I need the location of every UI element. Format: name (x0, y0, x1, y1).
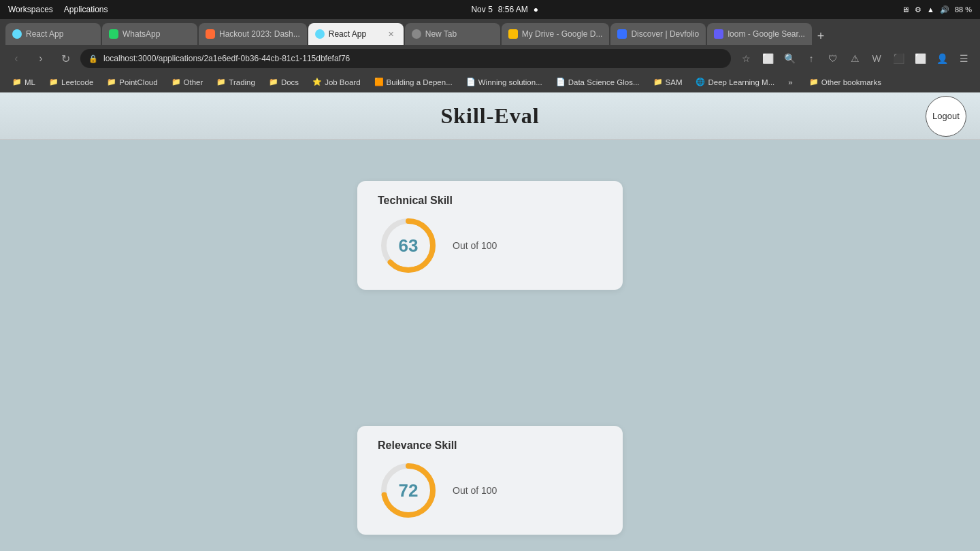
bookmark-sam[interactable]: 📁 SAM (648, 76, 688, 88)
bookmark-ml-icon: 📁 (12, 78, 22, 86)
tab-whatsapp[interactable]: WhatsApp (102, 23, 197, 45)
date-display: Nov 5 (471, 5, 492, 14)
reload-button[interactable]: ↻ (56, 49, 75, 68)
bookmark-datasci-label: Data Science Glos... (568, 78, 640, 86)
technical-skill-progress: 63 (378, 215, 439, 276)
app-title: Skill-Eval (440, 103, 539, 129)
relevance-skill-body: 72 Out of 100 (378, 460, 602, 521)
tab-favicon-devfolio (617, 29, 627, 39)
monitor-icon: 🖥 (902, 5, 909, 14)
share-button[interactable]: ↑ (802, 49, 821, 68)
shield-icon[interactable]: 🛡 (823, 49, 843, 68)
bookmark-building-label: Building a Depen... (387, 78, 453, 86)
status-dot: ● (534, 5, 538, 14)
bookmark-other-bookmarks[interactable]: 📁 Other bookmarks (804, 76, 887, 88)
bookmark-trading-icon: 📁 (216, 78, 226, 86)
tab-label-whatsapp: WhatsApp (122, 29, 191, 39)
relevance-skill-score: 72 (399, 480, 419, 501)
tab-close-react-2[interactable]: ✕ (386, 29, 397, 39)
bookmark-pointcloud-label: PointCloud (119, 78, 157, 86)
extension-1-icon[interactable]: W (867, 49, 886, 68)
bookmark-other[interactable]: 📁 Other (166, 76, 209, 88)
bookmark-building[interactable]: 🟧 Building a Depen... (369, 76, 458, 88)
bookmark-other-bookmarks-label: Other bookmarks (821, 78, 881, 86)
bookmark-deeplearning-icon: 🌐 (696, 78, 705, 86)
bookmark-ml-label: ML (24, 78, 35, 86)
bookmark-jobboard[interactable]: ⭐ Job Board (307, 76, 365, 88)
technical-out-of-label: Out of 100 (453, 240, 497, 251)
address-text: localhost:3000/applications/2a1e6edf-0b3… (103, 54, 723, 63)
bookmark-ml[interactable]: 📁 ML (7, 76, 41, 88)
system-bar-right: 🖥 ⚙ ▲ 🔊 88 % (902, 5, 972, 14)
relevance-skill-title: Relevance Skill (378, 439, 602, 452)
bookmark-datasci[interactable]: 📄 Data Science Glos... (551, 76, 645, 88)
tab-label-hackout: Hackout 2023: Dash... (219, 29, 300, 39)
battery-icon: 88 % (955, 5, 972, 14)
settings-icon[interactable]: ⚙ (915, 5, 921, 14)
workspaces-label[interactable]: Workspaces (8, 5, 53, 14)
forward-button[interactable]: › (31, 49, 50, 68)
tab-devfolio[interactable]: Discover | Devfolio (610, 23, 706, 45)
bookmark-overflow-label: » (788, 78, 792, 86)
relevance-skill-card: Relevance Skill 72 Out of 100 (357, 426, 623, 535)
profile-button[interactable]: 👤 (932, 49, 951, 68)
bookmark-other-icon: 📁 (172, 78, 181, 86)
bookmark-button[interactable]: ☆ (736, 49, 755, 68)
relevance-skill-progress: 72 (378, 460, 439, 521)
bookmark-leetcode-icon: 📁 (49, 78, 59, 86)
bookmark-winning[interactable]: 📄 Winning solution... (461, 76, 548, 88)
nav-actions: ☆ ⬜ 🔍 ↑ 🛡 ⚠ W ⬛ ⬜ 👤 ☰ (736, 49, 973, 68)
applications-label[interactable]: Applications (64, 5, 108, 14)
system-bar-center: Nov 5 8:56 AM ● (471, 5, 538, 14)
bookmark-overflow[interactable]: » (783, 77, 798, 88)
zoom-button[interactable]: 🔍 (780, 49, 799, 68)
bookmark-pointcloud[interactable]: 📁 PointCloud (101, 76, 163, 88)
tab-favicon-loom (714, 29, 723, 39)
technical-skill-title: Technical Skill (378, 195, 602, 207)
tab-label-react-2: React App (329, 29, 382, 39)
tab-google-drive[interactable]: My Drive - Google D... (502, 23, 610, 45)
tab-new-tab[interactable]: New Tab (405, 23, 500, 45)
tab-label-loom: loom - Google Sear... (728, 29, 804, 39)
relevance-out-of-label: Out of 100 (453, 485, 497, 496)
bookmark-trading[interactable]: 📁 Trading (211, 76, 261, 88)
bookmark-leetcode-label: Leetcode (61, 78, 93, 86)
app-header: Skill-Eval Logout (0, 93, 980, 140)
bookmark-sam-label: SAM (666, 78, 683, 86)
bookmark-docs-label: Docs (281, 78, 299, 86)
app-content: Skill-Eval Logout Technical Skill 63 Out… (0, 93, 980, 551)
extension-3-icon[interactable]: ⬜ (911, 49, 930, 68)
bookmark-building-icon: 🟧 (374, 78, 384, 86)
back-button[interactable]: ‹ (7, 49, 26, 68)
logout-button[interactable]: Logout (926, 96, 966, 137)
tab-label-drive: My Drive - Google D... (522, 29, 603, 39)
bookmark-docs-icon: 📁 (269, 78, 278, 86)
bookmark-sam-icon: 📁 (653, 78, 663, 86)
address-bar[interactable]: 🔒 localhost:3000/applications/2a1e6edf-0… (80, 49, 731, 68)
menu-button[interactable]: ☰ (954, 49, 973, 68)
bookmark-jobboard-label: Job Board (325, 78, 360, 86)
bookmark-deeplearning[interactable]: 🌐 Deep Learning M... (690, 76, 780, 88)
screenshot-button[interactable]: ⬜ (758, 49, 777, 68)
extension-2-icon[interactable]: ⬛ (889, 49, 908, 68)
bookmark-pointcloud-icon: 📁 (107, 78, 116, 86)
tab-favicon-react-2 (315, 29, 325, 39)
wifi-icon: ▲ (927, 5, 934, 14)
tab-loom[interactable]: loom - Google Sear... (707, 23, 811, 45)
tab-bar: React App WhatsApp Hackout 2023: Dash...… (0, 19, 980, 45)
alert-icon[interactable]: ⚠ (845, 49, 864, 68)
bookmark-docs[interactable]: 📁 Docs (263, 76, 304, 88)
tab-hackout[interactable]: Hackout 2023: Dash... (199, 23, 307, 45)
nav-bar: ‹ › ↻ 🔒 localhost:3000/applications/2a1e… (0, 45, 980, 72)
bookmark-datasci-icon: 📄 (556, 78, 566, 86)
volume-icon: 🔊 (940, 5, 949, 14)
new-tab-button[interactable]: + (813, 29, 829, 44)
tab-label-devfolio: Discover | Devfolio (631, 29, 699, 39)
tab-react-app-2[interactable]: React App ✕ (308, 23, 404, 45)
bookmark-leetcode[interactable]: 📁 Leetcode (44, 76, 99, 88)
tab-label-react-1: React App (26, 29, 94, 39)
bookmarks-bar: 📁 ML 📁 Leetcode 📁 PointCloud 📁 Other 📁 T… (0, 72, 980, 93)
bookmark-trading-label: Trading (229, 78, 255, 86)
technical-skill-body: 63 Out of 100 (378, 215, 602, 276)
tab-react-app-1[interactable]: React App (5, 23, 101, 45)
